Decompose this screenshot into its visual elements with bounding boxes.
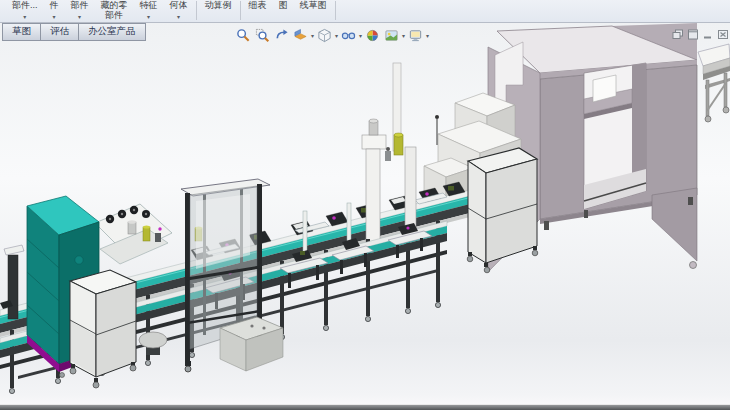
ribbon-button-label: 细表 <box>249 1 267 11</box>
ribbon-button-3[interactable]: 部件▾ <box>65 0 95 23</box>
commandmanager-tabs: 草图评估办公室产品 <box>2 23 145 41</box>
ribbon-button-2[interactable]: 件▾ <box>44 0 65 23</box>
document-window-controls <box>672 26 729 37</box>
hide-show-items-icon[interactable] <box>340 27 357 44</box>
ribbon-button-6[interactable]: 何体▾ <box>164 0 194 23</box>
view-settings-dropdown-arrow[interactable]: ▾ <box>426 32 429 39</box>
ribbon-button-label: 动算例 <box>205 1 232 11</box>
ribbon-button-7[interactable]: 动算例 <box>199 0 238 23</box>
ribbon-button-9[interactable]: 图 <box>273 0 294 23</box>
ribbon: 部件...▾件▾部件▾藏的零 部件特征▾何体▾动算例细表图线草图 <box>0 0 730 23</box>
display-style-dropdown-arrow[interactable]: ▾ <box>335 32 338 39</box>
window-maximize-button[interactable] <box>687 26 699 37</box>
ribbon-button-10[interactable]: 线草图 <box>294 0 333 23</box>
ribbon-button-1[interactable]: 部件...▾ <box>6 0 44 23</box>
ribbon-button-label: 线草图 <box>300 1 327 11</box>
dropdown-arrow-icon: ▾ <box>177 14 180 20</box>
dropdown-arrow-icon: ▾ <box>53 14 56 20</box>
window-restore-button[interactable] <box>672 26 684 37</box>
view-settings-icon[interactable] <box>407 27 424 44</box>
ribbon-button-8[interactable]: 细表 <box>243 0 273 23</box>
dropdown-arrow-icon: ▾ <box>23 14 26 20</box>
ribbon-separator <box>240 1 241 20</box>
exit-conveyor <box>698 44 730 122</box>
ribbon-button-label: 藏的零 部件 <box>101 1 128 20</box>
tab-3[interactable]: 办公室产品 <box>78 23 146 41</box>
dropdown-arrow-icon: ▾ <box>147 14 150 20</box>
model-canvas[interactable] <box>0 23 730 410</box>
graphics-viewport[interactable]: ▾▾▾▾▾ <box>0 23 730 410</box>
ribbon-button-label: 特征 <box>140 1 158 11</box>
apply-scene-dropdown-arrow[interactable]: ▾ <box>402 32 405 39</box>
tab-1[interactable]: 草图 <box>2 23 41 41</box>
ribbon-separator <box>196 1 197 20</box>
white-cabinet <box>70 270 136 388</box>
dropdown-arrow-icon: ▾ <box>78 14 81 20</box>
roller-station <box>95 204 172 264</box>
ribbon-button-5[interactable]: 特征▾ <box>134 0 164 23</box>
drum-roller <box>139 332 167 355</box>
ribbon-separator <box>335 1 336 20</box>
ribbon-button-4[interactable]: 藏的零 部件 <box>95 0 134 23</box>
ribbon-button-label: 何体 <box>170 1 188 11</box>
ribbon-button-label: 部件 <box>71 1 89 11</box>
ribbon-button-label: 图 <box>279 1 288 11</box>
display-style-icon[interactable] <box>316 27 333 44</box>
bottom-taskbar-edge <box>0 404 730 410</box>
previous-view-icon[interactable] <box>273 27 290 44</box>
section-view-icon[interactable] <box>292 27 309 44</box>
framed-cabinet <box>467 148 538 273</box>
zoom-to-area-icon[interactable] <box>254 27 271 44</box>
edit-appearance-icon[interactable] <box>364 27 381 44</box>
heads-up-view-toolbar: ▾▾▾▾▾ <box>234 27 430 44</box>
tab-2[interactable]: 评估 <box>40 23 79 41</box>
ribbon-button-label: 部件... <box>12 1 38 11</box>
section-view-dropdown-arrow[interactable]: ▾ <box>311 32 314 39</box>
floor-box <box>220 317 283 371</box>
hide-show-items-dropdown-arrow[interactable]: ▾ <box>359 32 362 39</box>
window-close-button[interactable] <box>717 26 729 37</box>
ribbon-button-label: 件 <box>50 1 59 11</box>
window-minimize-button[interactable] <box>702 26 714 37</box>
zoom-to-fit-icon[interactable] <box>235 27 252 44</box>
apply-scene-icon[interactable] <box>383 27 400 44</box>
